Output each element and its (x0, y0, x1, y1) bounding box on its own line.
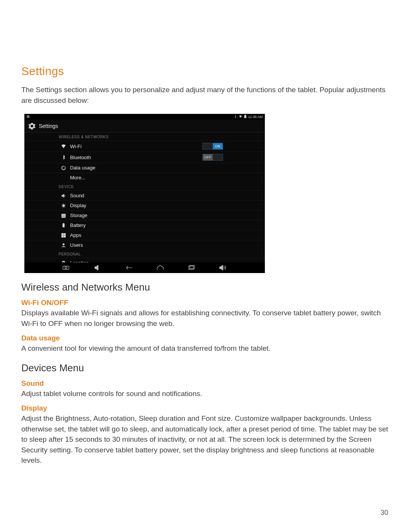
battery-icon (61, 223, 66, 228)
svg-rect-11 (64, 233, 66, 235)
wifi-label: Wi-Fi (70, 144, 81, 149)
settings-screenshot: 11:35 AM Settings WIRELESS & NETWORKS Wi… (24, 114, 265, 273)
apps-icon (61, 233, 66, 238)
heading-wireless-networks: Wireless and Networks Menu (21, 281, 390, 293)
svg-point-14 (63, 243, 65, 245)
nav-volume-up-icon[interactable] (218, 265, 227, 271)
battery-status-icon (244, 115, 247, 119)
nav-camera-icon[interactable] (62, 265, 71, 271)
settings-row-bluetooth[interactable]: Bluetooth OFF (24, 152, 265, 163)
category-device: DEVICE (24, 182, 265, 190)
settings-row-storage[interactable]: Storage (24, 210, 265, 220)
svg-rect-10 (62, 233, 64, 235)
svg-point-4 (62, 204, 65, 207)
page-title: Settings (21, 65, 390, 78)
settings-row-sound[interactable]: Sound (24, 190, 265, 200)
android-nav-bar (24, 262, 265, 273)
users-label: Users (70, 242, 83, 248)
svg-rect-0 (27, 115, 29, 118)
storage-icon (61, 213, 66, 218)
status-time: 11:35 AM (248, 115, 263, 119)
subheading-display: Display (21, 404, 390, 412)
nav-recent-icon[interactable] (187, 265, 196, 271)
paragraph-sound: Adjust tablet volume controls for sound … (21, 388, 390, 399)
bluetooth-icon (61, 155, 66, 160)
category-personal: PERSONAL (24, 250, 265, 258)
svg-rect-5 (62, 214, 66, 215)
sound-icon (61, 193, 66, 198)
wifi-icon (61, 144, 66, 149)
subheading-wifi-onoff: Wi-Fi ON/OFF (21, 299, 390, 307)
settings-row-apps[interactable]: Apps (24, 230, 265, 240)
nav-volume-down-icon[interactable] (93, 265, 102, 271)
settings-row-more[interactable]: More... (24, 173, 265, 182)
paragraph-data-usage: A convenient tool for viewing the amount… (21, 343, 390, 354)
data-usage-label: Data usage (70, 165, 96, 171)
apps-label: Apps (70, 232, 81, 238)
category-wireless: WIRELESS & NETWORKS (24, 133, 265, 141)
paragraph-wifi-onoff: Displays available Wi-Fi signals and all… (21, 308, 390, 329)
gear-icon (28, 122, 36, 130)
bluetooth-label: Bluetooth (70, 155, 91, 160)
subheading-sound: Sound (21, 379, 390, 388)
settings-row-display[interactable]: Display (24, 200, 265, 210)
settings-app-header: Settings (24, 120, 265, 133)
intro-paragraph: The Settings section allows you to perso… (21, 85, 390, 105)
svg-point-16 (65, 267, 67, 268)
svg-rect-12 (62, 235, 64, 237)
svg-rect-1 (244, 115, 247, 118)
status-bar: 11:35 AM (24, 114, 265, 120)
settings-row-wifi[interactable]: Wi-Fi ON (24, 141, 265, 152)
paragraph-display: Adjust the Brightness, Auto-rotation, Sl… (21, 413, 390, 466)
page-number: 30 (381, 509, 388, 517)
heading-devices-menu: Devices Menu (21, 362, 390, 374)
svg-rect-2 (245, 115, 246, 115)
settings-row-battery[interactable]: Battery (24, 220, 265, 230)
display-icon (61, 203, 66, 208)
svg-rect-6 (62, 215, 66, 216)
storage-label: Storage (70, 212, 88, 218)
status-left-icon (27, 115, 30, 119)
nav-home-icon[interactable] (156, 265, 165, 271)
nav-back-icon[interactable] (124, 265, 134, 271)
bluetooth-status-icon (234, 115, 237, 119)
wifi-status-icon (239, 115, 242, 119)
wifi-toggle[interactable]: ON (202, 143, 223, 150)
svg-rect-9 (63, 223, 64, 224)
settings-row-users[interactable]: Users (24, 240, 265, 250)
sound-label: Sound (70, 193, 84, 198)
data-usage-icon (61, 165, 66, 171)
display-label: Display (70, 203, 86, 208)
more-label: More... (70, 175, 85, 181)
page: Settings The Settings section allows you… (0, 0, 411, 532)
battery-label: Battery (70, 222, 86, 228)
svg-rect-7 (62, 217, 66, 217)
subheading-data-usage: Data usage (21, 334, 390, 342)
settings-app-title: Settings (39, 123, 58, 129)
settings-row-data-usage[interactable]: Data usage (24, 163, 265, 173)
users-icon (61, 243, 66, 248)
svg-rect-8 (63, 224, 65, 227)
bluetooth-toggle[interactable]: OFF (202, 154, 223, 161)
svg-rect-13 (64, 235, 66, 237)
